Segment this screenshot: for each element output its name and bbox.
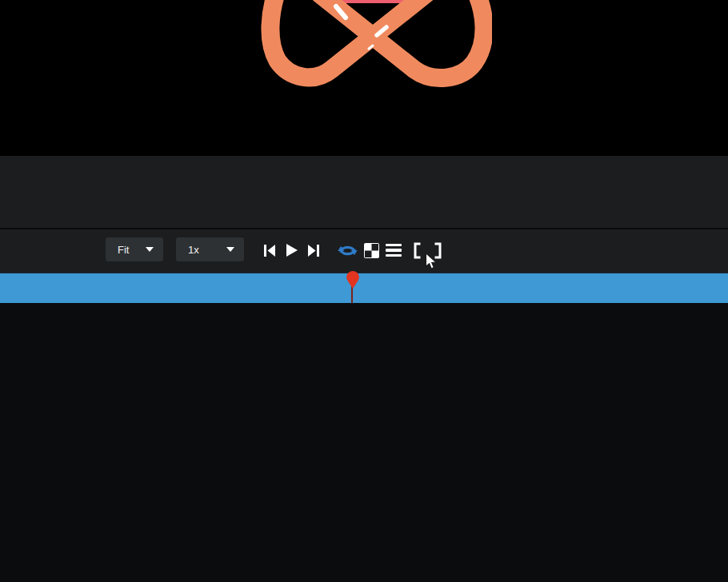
list-icon <box>386 244 402 257</box>
playhead-marker[interactable] <box>346 270 360 291</box>
playback-toolbar: Fit 1x <box>0 229 728 273</box>
previous-frame-button[interactable] <box>259 240 280 261</box>
skip-back-icon <box>263 244 276 257</box>
skip-forward-icon <box>307 244 320 257</box>
playhead-icon <box>346 270 360 291</box>
knot-logo-graphic <box>252 0 492 90</box>
speed-select[interactable]: 1x <box>176 237 244 261</box>
checkerboard-icon <box>364 243 379 258</box>
speed-select-value: 1x <box>188 244 199 256</box>
chevron-down-icon <box>146 247 154 252</box>
layers-list-button[interactable] <box>383 240 404 261</box>
loop-icon <box>338 242 358 259</box>
knot-logo <box>252 0 492 90</box>
background-toggle-button[interactable] <box>361 240 382 261</box>
play-button[interactable] <box>281 240 302 261</box>
chevron-down-icon <box>226 247 234 252</box>
timeline-track[interactable] <box>0 273 728 303</box>
animation-stage <box>0 0 728 156</box>
set-in-point-button[interactable] <box>406 240 427 261</box>
set-out-point-button[interactable] <box>428 240 449 261</box>
next-frame-button[interactable] <box>303 240 324 261</box>
zoom-select-value: Fit <box>118 244 129 256</box>
timeline-body <box>0 303 728 582</box>
loop-toggle-button[interactable] <box>337 240 358 261</box>
zoom-select[interactable]: Fit <box>106 237 163 261</box>
close-bracket-icon <box>434 242 443 259</box>
open-bracket-icon <box>412 242 422 259</box>
play-icon <box>285 243 298 257</box>
player-window: Fit 1x <box>0 0 728 582</box>
